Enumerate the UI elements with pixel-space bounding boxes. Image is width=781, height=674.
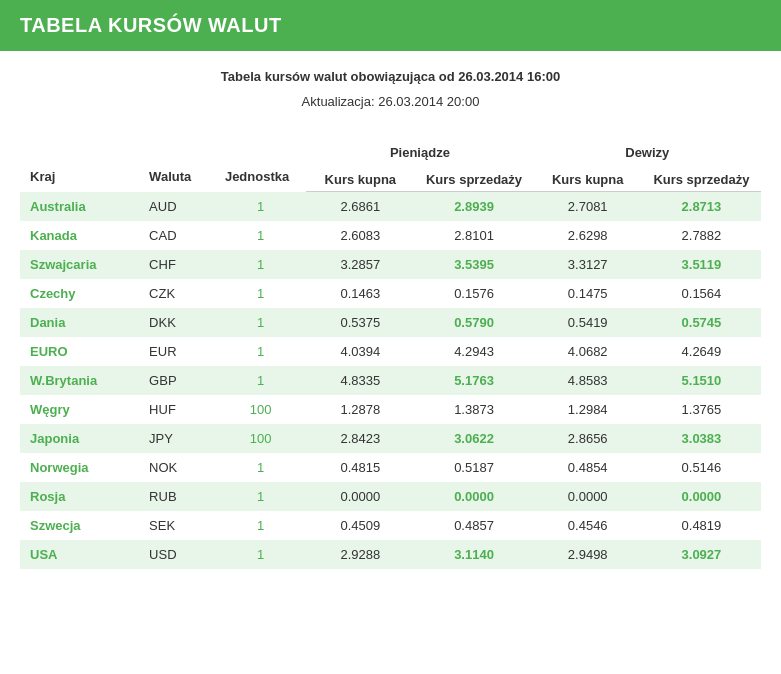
- cell-ps: 5.1763: [414, 366, 533, 395]
- cell-waluta: USD: [139, 540, 215, 569]
- cell-waluta: RUB: [139, 482, 215, 511]
- cell-dk: 2.8656: [534, 424, 642, 453]
- cell-waluta: AUD: [139, 192, 215, 222]
- cell-ds: 2.8713: [642, 192, 761, 222]
- cell-waluta: HUF: [139, 395, 215, 424]
- cell-kraj: Dania: [20, 308, 139, 337]
- cell-ds: 0.1564: [642, 279, 761, 308]
- table-row: KanadaCAD12.60832.81012.62982.7882: [20, 221, 761, 250]
- table-row: CzechyCZK10.14630.15760.14750.1564: [20, 279, 761, 308]
- cell-ps: 4.2943: [414, 337, 533, 366]
- cell-dk: 0.0000: [534, 482, 642, 511]
- cell-waluta: NOK: [139, 453, 215, 482]
- cell-kraj: Rosja: [20, 482, 139, 511]
- table-wrapper: Kraj Waluta Jednostka Pieniądze Dewizy K…: [0, 127, 781, 589]
- table-row: RosjaRUB10.00000.00000.00000.0000: [20, 482, 761, 511]
- cell-kraj: Australia: [20, 192, 139, 222]
- cell-dk: 2.6298: [534, 221, 642, 250]
- col-header-jednostka: Jednostka: [215, 137, 306, 192]
- cell-ps: 0.1576: [414, 279, 533, 308]
- cell-ds: 3.5119: [642, 250, 761, 279]
- cell-waluta: EUR: [139, 337, 215, 366]
- info-section: Tabela kursów walut obowiązująca od 26.0…: [0, 51, 781, 127]
- cell-kraj: Japonia: [20, 424, 139, 453]
- cell-pk: 2.6861: [306, 192, 414, 222]
- cell-waluta: SEK: [139, 511, 215, 540]
- table-row: JaponiaJPY1002.84233.06222.86563.0383: [20, 424, 761, 453]
- currency-table-body: AustraliaAUD12.68612.89392.70812.8713Kan…: [20, 192, 761, 570]
- cell-waluta: GBP: [139, 366, 215, 395]
- cell-waluta: CAD: [139, 221, 215, 250]
- table-row: W.BrytaniaGBP14.83355.17634.85835.1510: [20, 366, 761, 395]
- cell-waluta: DKK: [139, 308, 215, 337]
- cell-pk: 4.0394: [306, 337, 414, 366]
- cell-ds: 5.1510: [642, 366, 761, 395]
- table-row: SzwajcariaCHF13.28573.53953.31273.5119: [20, 250, 761, 279]
- cell-dk: 1.2984: [534, 395, 642, 424]
- cell-jednostka: 1: [215, 192, 306, 222]
- cell-pk: 1.2878: [306, 395, 414, 424]
- cell-kraj: Szwecja: [20, 511, 139, 540]
- col-header-dewizy: Dewizy: [534, 137, 761, 168]
- cell-kraj: EURO: [20, 337, 139, 366]
- cell-pk: 0.1463: [306, 279, 414, 308]
- cell-ds: 0.0000: [642, 482, 761, 511]
- cell-ps: 0.4857: [414, 511, 533, 540]
- col-header-kraj: Kraj: [20, 137, 139, 192]
- page-header: TABELA KURSÓW WALUT: [0, 0, 781, 51]
- table-row: WęgryHUF1001.28781.38731.29841.3765: [20, 395, 761, 424]
- cell-ps: 1.3873: [414, 395, 533, 424]
- cell-pk: 0.4509: [306, 511, 414, 540]
- cell-dk: 3.3127: [534, 250, 642, 279]
- cell-dk: 2.7081: [534, 192, 642, 222]
- cell-ps: 2.8101: [414, 221, 533, 250]
- cell-jednostka: 100: [215, 395, 306, 424]
- col-subheader-ps: Kurs sprzedaży: [414, 168, 533, 192]
- cell-dk: 0.4854: [534, 453, 642, 482]
- cell-waluta: JPY: [139, 424, 215, 453]
- cell-ps: 3.1140: [414, 540, 533, 569]
- cell-jednostka: 1: [215, 482, 306, 511]
- cell-ps: 3.5395: [414, 250, 533, 279]
- cell-pk: 2.6083: [306, 221, 414, 250]
- cell-kraj: Węgry: [20, 395, 139, 424]
- col-subheader-ds: Kurs sprzedaży: [642, 168, 761, 192]
- cell-pk: 4.8335: [306, 366, 414, 395]
- cell-pk: 0.0000: [306, 482, 414, 511]
- cell-ds: 0.4819: [642, 511, 761, 540]
- cell-kraj: Kanada: [20, 221, 139, 250]
- info-line2: Aktualizacja: 26.03.2014 20:00: [20, 94, 761, 109]
- cell-jednostka: 1: [215, 250, 306, 279]
- cell-kraj: Norwegia: [20, 453, 139, 482]
- cell-jednostka: 1: [215, 511, 306, 540]
- header-row-top: Kraj Waluta Jednostka Pieniądze Dewizy: [20, 137, 761, 168]
- cell-ps: 3.0622: [414, 424, 533, 453]
- col-subheader-pk: Kurs kupna: [306, 168, 414, 192]
- cell-kraj: Szwajcaria: [20, 250, 139, 279]
- table-row: SzwecjaSEK10.45090.48570.45460.4819: [20, 511, 761, 540]
- table-row: EUROEUR14.03944.29434.06824.2649: [20, 337, 761, 366]
- table-row: USAUSD12.92883.11402.94983.0927: [20, 540, 761, 569]
- cell-waluta: CZK: [139, 279, 215, 308]
- page-title: TABELA KURSÓW WALUT: [20, 14, 282, 36]
- cell-pk: 2.9288: [306, 540, 414, 569]
- cell-kraj: W.Brytania: [20, 366, 139, 395]
- cell-pk: 3.2857: [306, 250, 414, 279]
- cell-ds: 1.3765: [642, 395, 761, 424]
- cell-jednostka: 1: [215, 540, 306, 569]
- col-header-waluta: Waluta: [139, 137, 215, 192]
- cell-dk: 0.4546: [534, 511, 642, 540]
- cell-jednostka: 1: [215, 308, 306, 337]
- table-row: AustraliaAUD12.68612.89392.70812.8713: [20, 192, 761, 222]
- table-row: DaniaDKK10.53750.57900.54190.5745: [20, 308, 761, 337]
- cell-dk: 4.8583: [534, 366, 642, 395]
- cell-pk: 2.8423: [306, 424, 414, 453]
- cell-jednostka: 1: [215, 221, 306, 250]
- cell-pk: 0.4815: [306, 453, 414, 482]
- currency-table: Kraj Waluta Jednostka Pieniądze Dewizy K…: [20, 137, 761, 569]
- cell-ps: 0.5790: [414, 308, 533, 337]
- cell-jednostka: 1: [215, 279, 306, 308]
- cell-ds: 4.2649: [642, 337, 761, 366]
- cell-pk: 0.5375: [306, 308, 414, 337]
- cell-ps: 0.0000: [414, 482, 533, 511]
